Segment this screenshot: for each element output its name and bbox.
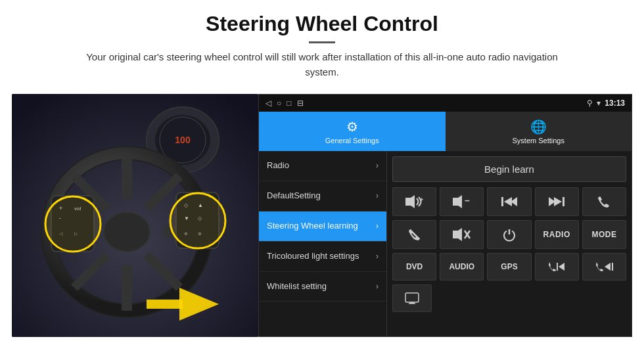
content-area: 100 + - vol ◁ ▷ ◇ ▲ [12, 94, 632, 337]
chevron-icon: › [376, 191, 379, 200]
mode-label: MODE [591, 230, 616, 239]
mute-button[interactable] [440, 220, 484, 249]
gps-label: GPS [501, 262, 517, 271]
main-content: Radio › DefaultSetting › Steering Wheel … [259, 151, 632, 336]
system-icon: 🌐 [530, 119, 547, 135]
svg-marker-35 [453, 195, 462, 208]
back-icon[interactable]: ◁ [265, 99, 271, 108]
control-row-1: + – [392, 187, 626, 216]
menu-item-tricoloured[interactable]: Tricoloured light settings › [259, 242, 386, 272]
radio-label: RADIO [543, 230, 570, 239]
menu-item-whitelist-label: Whitelist setting [267, 281, 373, 292]
svg-rect-49 [612, 263, 613, 271]
prev-track-button[interactable] [487, 187, 531, 216]
audio-label: AUDIO [449, 262, 474, 271]
begin-learn-button[interactable]: Begin learn [392, 156, 626, 182]
next-track-button[interactable] [535, 187, 579, 216]
svg-marker-48 [559, 263, 564, 271]
gear-settings-icon: ⚙ [346, 119, 358, 135]
vol-down-button[interactable]: – [440, 187, 484, 216]
dvd-label: DVD [406, 262, 423, 271]
location-icon: ⚲ [587, 99, 593, 108]
audio-button[interactable]: AUDIO [440, 253, 484, 280]
tel-next-button[interactable] [582, 253, 626, 280]
svg-rect-32 [147, 300, 183, 309]
chevron-icon: › [376, 282, 379, 291]
svg-text:+: + [420, 196, 423, 203]
chevron-icon: › [376, 161, 379, 170]
status-bar-right: ⚲ ▾ 13:13 [587, 99, 625, 108]
menu-item-steering-label: Steering Wheel learning [267, 221, 373, 232]
menu-item-whitelist[interactable]: Whitelist setting › [259, 272, 386, 302]
gps-button[interactable]: GPS [487, 253, 531, 280]
chevron-icon: › [376, 252, 379, 261]
svg-point-29 [45, 196, 101, 252]
page-title: Steering Wheel Control [39, 12, 605, 36]
menu-item-default[interactable]: DefaultSetting › [259, 181, 386, 212]
svg-rect-37 [501, 197, 503, 206]
menu-item-default-label: DefaultSetting [267, 190, 373, 202]
mode-button[interactable]: MODE [582, 220, 626, 249]
phone-answer-button[interactable] [582, 187, 626, 216]
wifi-icon: ▾ [597, 99, 601, 108]
page-subtitle: Your original car's steering wheel contr… [72, 50, 572, 79]
menu-icon[interactable]: ⊟ [297, 99, 304, 108]
menu-item-radio-label: Radio [267, 160, 373, 171]
power-button[interactable] [487, 220, 531, 249]
recent-icon[interactable]: □ [287, 99, 291, 108]
menu-item-tricoloured-label: Tricoloured light settings [267, 251, 373, 262]
svg-rect-47 [557, 263, 558, 271]
begin-learn-row: Begin learn [392, 156, 626, 182]
control-row-3: DVD AUDIO GPS [392, 253, 626, 280]
tab-bar: ⚙ General Settings 🌐 System Settings [259, 112, 632, 151]
steering-wheel-image: 100 + - vol ◁ ▷ ◇ ▲ [12, 94, 258, 337]
menu-list: Radio › DefaultSetting › Steering Wheel … [259, 151, 387, 336]
page-header: Steering Wheel Control Your original car… [0, 0, 644, 86]
control-panel: Begin learn + [387, 151, 632, 336]
status-bar-left: ◁ ○ □ ⊟ [265, 99, 304, 108]
svg-point-15 [104, 212, 150, 252]
android-screen: ◁ ○ □ ⊟ ⚲ ▾ 13:13 ⚙ General Settings 🌐 S… [258, 94, 632, 337]
svg-text:–: – [465, 195, 470, 206]
phone-hangup-button[interactable] [392, 220, 436, 249]
dvd-button[interactable]: DVD [392, 253, 436, 280]
tab-system[interactable]: 🌐 System Settings [446, 112, 632, 151]
svg-text:100: 100 [175, 135, 191, 145]
radio-button[interactable]: RADIO [535, 220, 579, 249]
chevron-icon: › [376, 221, 379, 231]
title-divider [309, 41, 335, 43]
control-row-2: RADIO MODE [392, 220, 626, 249]
status-time: 13:13 [605, 99, 625, 108]
tab-general-label: General Settings [325, 137, 379, 145]
control-row-4 [392, 284, 626, 312]
status-bar: ◁ ○ □ ⊟ ⚲ ▾ 13:13 [259, 95, 632, 112]
svg-rect-51 [405, 293, 419, 302]
svg-rect-40 [563, 197, 564, 206]
tab-system-label: System Settings [513, 137, 564, 145]
svg-marker-33 [405, 195, 415, 208]
home-icon[interactable]: ○ [277, 99, 281, 108]
svg-marker-44 [453, 228, 462, 241]
menu-item-radio[interactable]: Radio › [259, 151, 386, 181]
tab-general[interactable]: ⚙ General Settings [259, 112, 446, 151]
vol-up-button[interactable]: + [392, 187, 436, 216]
tel-prev-button[interactable] [535, 253, 579, 280]
svg-marker-50 [605, 263, 610, 271]
extra-button[interactable] [392, 284, 432, 312]
svg-point-30 [170, 193, 225, 248]
menu-item-steering[interactable]: Steering Wheel learning › [259, 212, 386, 242]
